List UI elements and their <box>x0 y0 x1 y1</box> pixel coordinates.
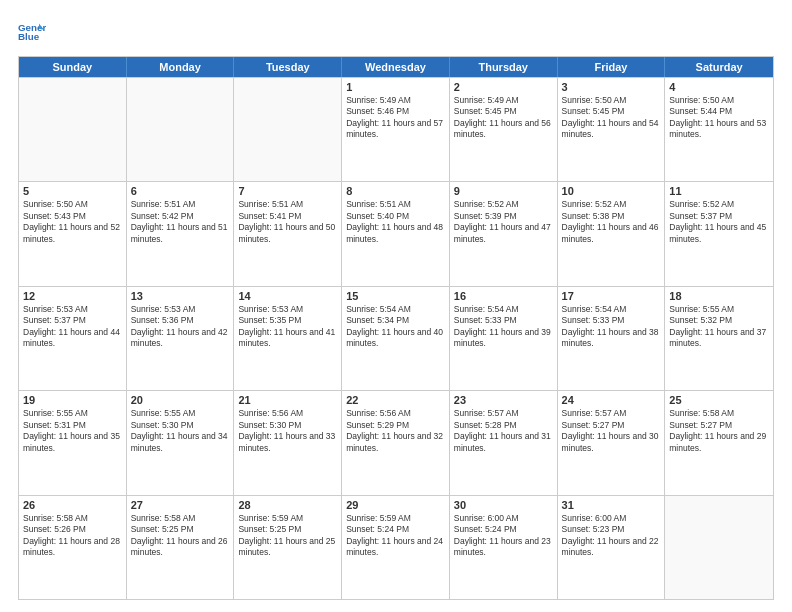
calendar-cell-3-5: 24Sunrise: 5:57 AM Sunset: 5:27 PM Dayli… <box>558 391 666 494</box>
calendar-cell-1-1: 6Sunrise: 5:51 AM Sunset: 5:42 PM Daylig… <box>127 182 235 285</box>
calendar-cell-0-5: 3Sunrise: 5:50 AM Sunset: 5:45 PM Daylig… <box>558 78 666 181</box>
svg-text:Blue: Blue <box>18 31 40 42</box>
day-number: 29 <box>346 499 445 511</box>
day-number: 31 <box>562 499 661 511</box>
day-number: 20 <box>131 394 230 406</box>
cell-info: Sunrise: 5:50 AM Sunset: 5:43 PM Dayligh… <box>23 199 122 245</box>
day-number: 27 <box>131 499 230 511</box>
calendar-row-3: 19Sunrise: 5:55 AM Sunset: 5:31 PM Dayli… <box>19 390 773 494</box>
calendar-cell-3-1: 20Sunrise: 5:55 AM Sunset: 5:30 PM Dayli… <box>127 391 235 494</box>
cell-info: Sunrise: 5:55 AM Sunset: 5:32 PM Dayligh… <box>669 304 769 350</box>
day-number: 1 <box>346 81 445 93</box>
cell-info: Sunrise: 6:00 AM Sunset: 5:23 PM Dayligh… <box>562 513 661 559</box>
calendar-row-0: 1Sunrise: 5:49 AM Sunset: 5:46 PM Daylig… <box>19 77 773 181</box>
calendar-cell-4-3: 29Sunrise: 5:59 AM Sunset: 5:24 PM Dayli… <box>342 496 450 599</box>
calendar-cell-3-3: 22Sunrise: 5:56 AM Sunset: 5:29 PM Dayli… <box>342 391 450 494</box>
header-day-thursday: Thursday <box>450 57 558 77</box>
cell-info: Sunrise: 5:49 AM Sunset: 5:45 PM Dayligh… <box>454 95 553 141</box>
day-number: 9 <box>454 185 553 197</box>
calendar-cell-2-5: 17Sunrise: 5:54 AM Sunset: 5:33 PM Dayli… <box>558 287 666 390</box>
day-number: 23 <box>454 394 553 406</box>
day-number: 16 <box>454 290 553 302</box>
cell-info: Sunrise: 5:59 AM Sunset: 5:24 PM Dayligh… <box>346 513 445 559</box>
day-number: 4 <box>669 81 769 93</box>
cell-info: Sunrise: 5:56 AM Sunset: 5:30 PM Dayligh… <box>238 408 337 454</box>
day-number: 5 <box>23 185 122 197</box>
calendar-cell-2-3: 15Sunrise: 5:54 AM Sunset: 5:34 PM Dayli… <box>342 287 450 390</box>
calendar-row-4: 26Sunrise: 5:58 AM Sunset: 5:26 PM Dayli… <box>19 495 773 599</box>
calendar-cell-3-0: 19Sunrise: 5:55 AM Sunset: 5:31 PM Dayli… <box>19 391 127 494</box>
header-day-wednesday: Wednesday <box>342 57 450 77</box>
cell-info: Sunrise: 5:58 AM Sunset: 5:27 PM Dayligh… <box>669 408 769 454</box>
cell-info: Sunrise: 5:57 AM Sunset: 5:27 PM Dayligh… <box>562 408 661 454</box>
cell-info: Sunrise: 5:49 AM Sunset: 5:46 PM Dayligh… <box>346 95 445 141</box>
calendar-cell-2-0: 12Sunrise: 5:53 AM Sunset: 5:37 PM Dayli… <box>19 287 127 390</box>
cell-info: Sunrise: 5:52 AM Sunset: 5:37 PM Dayligh… <box>669 199 769 245</box>
calendar-body: 1Sunrise: 5:49 AM Sunset: 5:46 PM Daylig… <box>19 77 773 599</box>
calendar-header: SundayMondayTuesdayWednesdayThursdayFrid… <box>19 57 773 77</box>
day-number: 14 <box>238 290 337 302</box>
calendar-cell-1-5: 10Sunrise: 5:52 AM Sunset: 5:38 PM Dayli… <box>558 182 666 285</box>
day-number: 30 <box>454 499 553 511</box>
calendar-cell-3-2: 21Sunrise: 5:56 AM Sunset: 5:30 PM Dayli… <box>234 391 342 494</box>
calendar-cell-4-1: 27Sunrise: 5:58 AM Sunset: 5:25 PM Dayli… <box>127 496 235 599</box>
calendar-cell-1-2: 7Sunrise: 5:51 AM Sunset: 5:41 PM Daylig… <box>234 182 342 285</box>
day-number: 22 <box>346 394 445 406</box>
cell-info: Sunrise: 5:58 AM Sunset: 5:26 PM Dayligh… <box>23 513 122 559</box>
calendar-cell-1-4: 9Sunrise: 5:52 AM Sunset: 5:39 PM Daylig… <box>450 182 558 285</box>
day-number: 6 <box>131 185 230 197</box>
cell-info: Sunrise: 5:57 AM Sunset: 5:28 PM Dayligh… <box>454 408 553 454</box>
cell-info: Sunrise: 5:53 AM Sunset: 5:35 PM Dayligh… <box>238 304 337 350</box>
cell-info: Sunrise: 5:50 AM Sunset: 5:44 PM Dayligh… <box>669 95 769 141</box>
cell-info: Sunrise: 5:59 AM Sunset: 5:25 PM Dayligh… <box>238 513 337 559</box>
day-number: 25 <box>669 394 769 406</box>
calendar-cell-4-2: 28Sunrise: 5:59 AM Sunset: 5:25 PM Dayli… <box>234 496 342 599</box>
calendar: SundayMondayTuesdayWednesdayThursdayFrid… <box>18 56 774 600</box>
header-day-sunday: Sunday <box>19 57 127 77</box>
day-number: 2 <box>454 81 553 93</box>
cell-info: Sunrise: 5:53 AM Sunset: 5:36 PM Dayligh… <box>131 304 230 350</box>
day-number: 28 <box>238 499 337 511</box>
calendar-cell-4-6 <box>665 496 773 599</box>
day-number: 24 <box>562 394 661 406</box>
calendar-cell-4-0: 26Sunrise: 5:58 AM Sunset: 5:26 PM Dayli… <box>19 496 127 599</box>
calendar-cell-0-2 <box>234 78 342 181</box>
calendar-row-2: 12Sunrise: 5:53 AM Sunset: 5:37 PM Dayli… <box>19 286 773 390</box>
day-number: 8 <box>346 185 445 197</box>
calendar-cell-4-4: 30Sunrise: 6:00 AM Sunset: 5:24 PM Dayli… <box>450 496 558 599</box>
cell-info: Sunrise: 5:58 AM Sunset: 5:25 PM Dayligh… <box>131 513 230 559</box>
cell-info: Sunrise: 6:00 AM Sunset: 5:24 PM Dayligh… <box>454 513 553 559</box>
calendar-cell-2-6: 18Sunrise: 5:55 AM Sunset: 5:32 PM Dayli… <box>665 287 773 390</box>
header-day-friday: Friday <box>558 57 666 77</box>
logo-icon: General Blue <box>18 18 46 46</box>
cell-info: Sunrise: 5:54 AM Sunset: 5:34 PM Dayligh… <box>346 304 445 350</box>
cell-info: Sunrise: 5:56 AM Sunset: 5:29 PM Dayligh… <box>346 408 445 454</box>
calendar-cell-0-1 <box>127 78 235 181</box>
day-number: 3 <box>562 81 661 93</box>
header-day-tuesday: Tuesday <box>234 57 342 77</box>
calendar-cell-1-3: 8Sunrise: 5:51 AM Sunset: 5:40 PM Daylig… <box>342 182 450 285</box>
calendar-cell-4-5: 31Sunrise: 6:00 AM Sunset: 5:23 PM Dayli… <box>558 496 666 599</box>
day-number: 21 <box>238 394 337 406</box>
calendar-cell-1-6: 11Sunrise: 5:52 AM Sunset: 5:37 PM Dayli… <box>665 182 773 285</box>
cell-info: Sunrise: 5:54 AM Sunset: 5:33 PM Dayligh… <box>454 304 553 350</box>
cell-info: Sunrise: 5:52 AM Sunset: 5:39 PM Dayligh… <box>454 199 553 245</box>
cell-info: Sunrise: 5:55 AM Sunset: 5:30 PM Dayligh… <box>131 408 230 454</box>
cell-info: Sunrise: 5:51 AM Sunset: 5:42 PM Dayligh… <box>131 199 230 245</box>
header-day-saturday: Saturday <box>665 57 773 77</box>
cell-info: Sunrise: 5:51 AM Sunset: 5:40 PM Dayligh… <box>346 199 445 245</box>
day-number: 13 <box>131 290 230 302</box>
day-number: 26 <box>23 499 122 511</box>
calendar-cell-3-4: 23Sunrise: 5:57 AM Sunset: 5:28 PM Dayli… <box>450 391 558 494</box>
calendar-cell-0-4: 2Sunrise: 5:49 AM Sunset: 5:45 PM Daylig… <box>450 78 558 181</box>
cell-info: Sunrise: 5:51 AM Sunset: 5:41 PM Dayligh… <box>238 199 337 245</box>
day-number: 7 <box>238 185 337 197</box>
calendar-cell-2-2: 14Sunrise: 5:53 AM Sunset: 5:35 PM Dayli… <box>234 287 342 390</box>
calendar-cell-2-4: 16Sunrise: 5:54 AM Sunset: 5:33 PM Dayli… <box>450 287 558 390</box>
header-day-monday: Monday <box>127 57 235 77</box>
calendar-row-1: 5Sunrise: 5:50 AM Sunset: 5:43 PM Daylig… <box>19 181 773 285</box>
day-number: 18 <box>669 290 769 302</box>
cell-info: Sunrise: 5:54 AM Sunset: 5:33 PM Dayligh… <box>562 304 661 350</box>
calendar-cell-0-0 <box>19 78 127 181</box>
calendar-cell-0-6: 4Sunrise: 5:50 AM Sunset: 5:44 PM Daylig… <box>665 78 773 181</box>
